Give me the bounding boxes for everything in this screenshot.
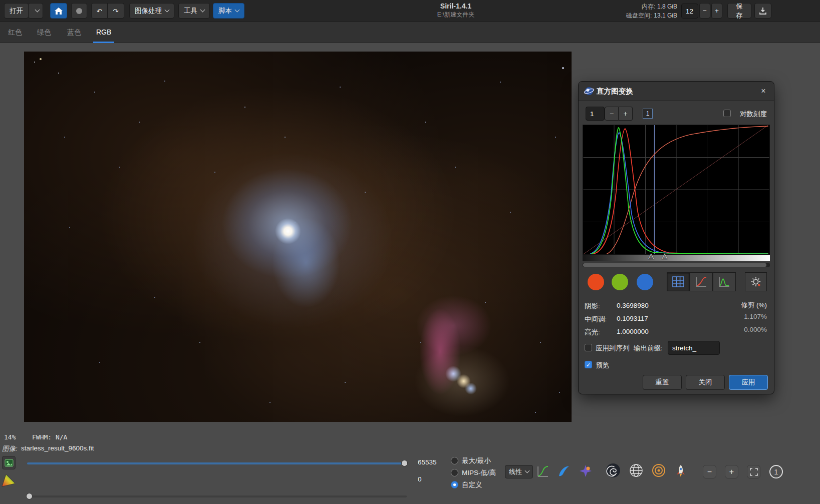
radio-max-min[interactable] [451, 457, 458, 464]
chevron-down-icon [525, 468, 530, 473]
zoom-fit-button[interactable] [747, 465, 760, 478]
clip-shadows-value: 1.107% [744, 313, 767, 320]
zoom-in-button[interactable]: + [725, 465, 738, 478]
mtf-curve [606, 126, 768, 254]
reset-button[interactable]: 重置 [643, 375, 682, 390]
online-catalog-button[interactable] [628, 462, 644, 478]
thread-increment-button[interactable]: + [711, 3, 722, 19]
record-icon [76, 8, 82, 14]
star-field [34, 62, 35, 63]
main-toolbar: 打开 ↶ ↷ 图像处理 工具 脚本 Siril-1.4.1 E:\新建文件夹 内… [0, 0, 820, 22]
clip-highlights-value: 0.000% [744, 326, 767, 333]
spiral-galaxy-icon [606, 463, 621, 478]
apply-to-sequence-label: 应用到序列 [596, 344, 630, 353]
redo-button[interactable]: ↷ [108, 3, 124, 19]
grid-icon [672, 276, 684, 287]
siril-logo-icon [584, 86, 595, 98]
astrometry-button[interactable] [605, 462, 621, 478]
image-canvas[interactable] [24, 52, 572, 422]
shadows-slider-handle[interactable]: △ [648, 251, 654, 260]
globe-icon [629, 463, 644, 478]
midtones-slider-handle[interactable]: △ [662, 251, 668, 260]
blue-swoosh-icon [557, 464, 571, 478]
record-button[interactable] [71, 3, 87, 19]
blue-channel-toggle[interactable] [637, 274, 653, 290]
dialog-title: 直方图变换 [597, 87, 633, 96]
target-button[interactable] [651, 462, 667, 478]
low-range-slider[interactable] [27, 495, 407, 497]
home-button[interactable] [50, 3, 67, 19]
dialog-titlebar[interactable]: 直方图变换 × [579, 82, 774, 101]
tab-green[interactable]: 绿色 [34, 22, 54, 43]
image-label: 图像: [2, 444, 18, 453]
highlights-value[interactable]: 1.0000000 [617, 328, 649, 335]
photometry-button[interactable] [556, 463, 571, 478]
histogram-spin-input[interactable]: 1 [586, 107, 605, 121]
zoom-out-button[interactable]: − [703, 465, 716, 478]
blue-histogram-curve [590, 133, 768, 254]
autostretch-button[interactable] [536, 464, 550, 478]
tab-rgb[interactable]: RGB [93, 22, 114, 43]
plugin-button[interactable] [578, 463, 593, 478]
green-channel-toggle[interactable] [612, 274, 628, 290]
preview-label: 预览 [596, 361, 609, 370]
green-curve-icon [536, 465, 550, 478]
red-histogram-curve [593, 129, 768, 254]
low-slider-handle[interactable] [26, 493, 33, 499]
zoom-readout: 14% [4, 433, 16, 441]
tab-blue[interactable]: 蓝色 [64, 22, 84, 43]
close-icon[interactable]: × [758, 86, 769, 97]
log-scale-checkbox[interactable] [723, 110, 731, 117]
zoom-one-to-one-button[interactable]: 1 [769, 465, 783, 478]
histogram-plot[interactable] [583, 125, 770, 255]
chevron-down-icon [235, 8, 240, 13]
chevron-down-icon [165, 8, 170, 13]
gamut-triangle-icon[interactable] [1, 473, 16, 489]
display-mode-dropdown[interactable]: 线性 [505, 465, 533, 478]
spin-increment-button[interactable]: + [619, 107, 633, 121]
preview-checkbox[interactable]: ✓ [585, 361, 592, 368]
histogram-display-toggle[interactable] [713, 272, 736, 291]
radio-custom[interactable] [451, 481, 458, 488]
disk-label: 磁盘空间: [626, 12, 652, 19]
chevron-down-icon [35, 8, 40, 13]
highlights-label: 高光: [585, 328, 600, 337]
open-dropdown-button[interactable] [28, 3, 43, 19]
high-slider-handle[interactable] [401, 460, 408, 466]
apply-to-sequence-checkbox[interactable] [585, 344, 592, 351]
radio-max-min-label: 最大/最小 [462, 456, 491, 465]
red-channel-toggle[interactable] [588, 274, 604, 290]
spin-decrement-button[interactable]: − [605, 107, 619, 121]
scripts-label: 脚本 [218, 7, 232, 16]
bell-histogram-icon [718, 276, 730, 287]
scrollbar-handle[interactable] [583, 263, 766, 267]
thread-decrement-button[interactable]: − [699, 3, 710, 19]
display-mode-button[interactable] [2, 456, 16, 469]
shadows-value[interactable]: 0.3698980 [617, 302, 649, 309]
histogram-scrollbar[interactable] [583, 263, 770, 267]
green-histogram-curve [591, 128, 768, 254]
image-processing-menu[interactable]: 图像处理 [129, 3, 174, 19]
open-button[interactable]: 打开 [4, 3, 29, 19]
undo-button[interactable]: ↶ [91, 3, 108, 19]
save-button[interactable]: 保存 [727, 3, 751, 19]
launch-button[interactable] [673, 463, 688, 478]
radio-mips[interactable] [451, 469, 458, 476]
midtones-value[interactable]: 0.1093117 [617, 315, 648, 322]
channel-count-badge: 1 [643, 109, 653, 119]
scripts-menu[interactable]: 脚本 [213, 3, 244, 19]
display-mode-value: 线性 [509, 467, 522, 476]
tab-red[interactable]: 红色 [5, 22, 25, 43]
grid-display-toggle[interactable] [667, 272, 690, 291]
curve-display-toggle[interactable] [690, 272, 713, 291]
system-info: 内存:1.8 GiB 磁盘空间:13.1 GiB [626, 2, 677, 20]
apply-button[interactable]: 应用 [729, 375, 768, 390]
tools-menu[interactable]: 工具 [178, 3, 210, 19]
close-button[interactable]: 关闭 [686, 375, 725, 390]
thread-count-input[interactable]: 12 [681, 4, 698, 19]
save-as-button[interactable] [754, 3, 771, 19]
window-title-area: Siril-1.4.1 E:\新建文件夹 [381, 2, 531, 19]
histogram-settings-button[interactable] [745, 272, 767, 291]
output-prefix-input[interactable]: stretch_ [668, 341, 720, 355]
high-range-slider[interactable] [27, 462, 407, 464]
